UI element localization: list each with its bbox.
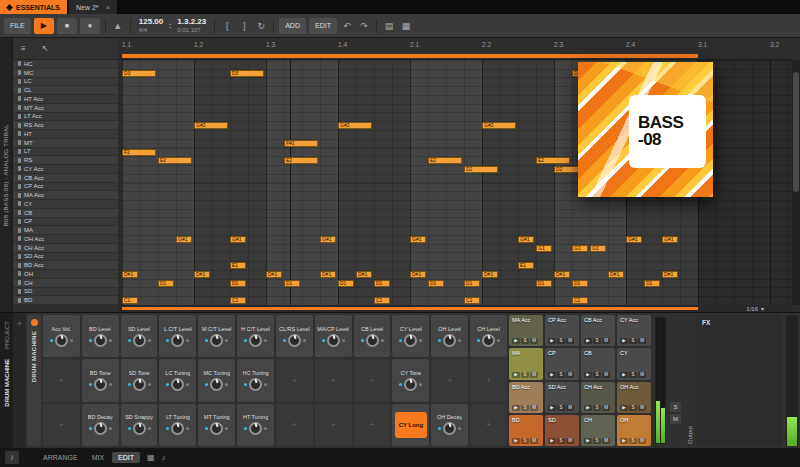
midi-note-d3[interactable]: D3 bbox=[230, 70, 264, 77]
close-icon[interactable]: × bbox=[106, 3, 111, 12]
pad-mute-button[interactable]: M bbox=[602, 372, 610, 378]
toggle-cy-long[interactable]: CY Long bbox=[392, 404, 429, 446]
empty-macro-slot[interactable]: + bbox=[354, 404, 391, 446]
knob-dial[interactable] bbox=[249, 378, 262, 391]
knob-oh-decay[interactable]: OH Decay bbox=[431, 404, 468, 446]
midi-note-g-1[interactable]: G#1 bbox=[626, 236, 642, 243]
lane-row[interactable]: SD bbox=[13, 288, 118, 297]
midi-note-g-2[interactable]: G#2 bbox=[482, 122, 516, 129]
pad-mute-button[interactable]: M bbox=[602, 438, 610, 444]
note-editor-toggle-icon[interactable]: ▦ bbox=[147, 453, 155, 462]
drum-pad-sd[interactable]: SD▶SM bbox=[545, 415, 579, 446]
midi-note-g-1[interactable]: G#1 bbox=[230, 236, 246, 243]
file-button[interactable]: FILE bbox=[4, 18, 31, 34]
knob-dial[interactable] bbox=[404, 378, 417, 391]
knob-sd-snappy[interactable]: SD Snappy bbox=[121, 404, 158, 446]
knob-dial[interactable] bbox=[94, 334, 107, 347]
pad-play-icon[interactable]: ▶ bbox=[548, 405, 556, 411]
pad-solo-button[interactable]: S bbox=[521, 338, 529, 344]
pad-solo-button[interactable]: S bbox=[629, 405, 637, 411]
pad-mute-button[interactable]: M bbox=[602, 405, 610, 411]
lane-row[interactable]: CH bbox=[13, 279, 118, 288]
lane-row[interactable]: CH Acc bbox=[13, 244, 118, 253]
lane-row[interactable]: BD bbox=[13, 296, 118, 305]
midi-note-e2[interactable]: E2 bbox=[284, 157, 318, 164]
loop-range-bar[interactable] bbox=[122, 307, 698, 310]
device-power-button[interactable] bbox=[31, 319, 38, 326]
pad-play-icon[interactable]: ▶ bbox=[512, 372, 520, 378]
midi-note-d1[interactable]: D1 bbox=[374, 280, 390, 287]
midi-note-d1[interactable]: D1 bbox=[644, 280, 660, 287]
knob-dial[interactable] bbox=[366, 334, 379, 347]
knob-dial[interactable] bbox=[210, 422, 223, 435]
drum-pad-sd-acc[interactable]: SD Acc▶SM bbox=[545, 382, 579, 413]
layers-icon[interactable]: ▤ bbox=[382, 21, 396, 31]
fx-chain-panel[interactable]: FX bbox=[696, 315, 782, 446]
lane-row[interactable]: RS bbox=[13, 156, 118, 165]
lane-row[interactable]: HC bbox=[13, 60, 118, 69]
pad-solo-button[interactable]: S bbox=[557, 338, 565, 344]
drum-pad-ma-acc[interactable]: MA Acc▶SM bbox=[509, 315, 543, 346]
knob-mt-tuning[interactable]: MT Tuning bbox=[198, 404, 235, 446]
grid-value[interactable]: 1/16 bbox=[746, 306, 758, 312]
empty-macro-slot[interactable]: + bbox=[315, 359, 352, 401]
empty-macro-slot[interactable]: + bbox=[43, 359, 80, 401]
pad-play-icon[interactable]: ▶ bbox=[548, 338, 556, 344]
midi-note-g-1[interactable]: G#1 bbox=[662, 236, 678, 243]
drum-pad-oh[interactable]: OH▶SM bbox=[617, 415, 651, 446]
pad-mute-button[interactable]: M bbox=[566, 372, 574, 378]
pad-play-icon[interactable]: ▶ bbox=[584, 338, 592, 344]
pad-play-icon[interactable]: ▶ bbox=[620, 405, 628, 411]
midi-note-d1[interactable]: D1 bbox=[284, 280, 300, 287]
view-tab[interactable]: MIX bbox=[86, 452, 110, 463]
knob-dial[interactable] bbox=[482, 334, 495, 347]
pad-mute-button[interactable]: M bbox=[638, 372, 646, 378]
lane-row[interactable]: RS Acc bbox=[13, 121, 118, 130]
lane-row[interactable]: OH bbox=[13, 270, 118, 279]
pad-solo-button[interactable]: S bbox=[629, 338, 637, 344]
info-button[interactable]: i bbox=[5, 451, 19, 464]
midi-note-f-2[interactable]: F#2 bbox=[284, 140, 318, 147]
knob-mc-tuning[interactable]: MC Tuning bbox=[198, 359, 235, 401]
pad-solo-button[interactable]: S bbox=[557, 405, 565, 411]
lane-row[interactable]: BD Acc bbox=[13, 261, 118, 270]
knob-sd-tone[interactable]: SD Tone bbox=[121, 359, 158, 401]
midi-note-d1[interactable]: D1 bbox=[428, 280, 444, 287]
knob-dial[interactable] bbox=[133, 422, 146, 435]
pad-solo-button[interactable]: S bbox=[629, 372, 637, 378]
knob-dial[interactable] bbox=[249, 422, 262, 435]
midi-note-d1[interactable]: D1 bbox=[536, 280, 552, 287]
knob-dial[interactable] bbox=[210, 334, 223, 347]
device-chain-strip[interactable]: + bbox=[13, 313, 26, 448]
record-button[interactable]: ● bbox=[80, 18, 100, 34]
midi-note-c1[interactable]: C1 bbox=[122, 297, 138, 304]
midi-note-g-2[interactable]: G#2 bbox=[194, 122, 228, 129]
pad-mute-button[interactable]: M bbox=[566, 438, 574, 444]
midi-note-c1[interactable]: C1 bbox=[464, 297, 480, 304]
pad-play-icon[interactable]: ▶ bbox=[512, 338, 520, 344]
lane-row[interactable]: OH Acc bbox=[13, 235, 118, 244]
empty-macro-slot[interactable]: + bbox=[43, 404, 80, 446]
pad-mute-button[interactable]: M bbox=[566, 338, 574, 344]
device-header[interactable]: DRUM MACHINE bbox=[27, 315, 41, 446]
lane-row[interactable]: CB Acc bbox=[13, 174, 118, 183]
midi-note-d-1[interactable]: D#1 bbox=[320, 271, 336, 278]
midi-note-g-1[interactable]: G#1 bbox=[320, 236, 336, 243]
pad-mute-button[interactable]: M bbox=[530, 438, 538, 444]
knob-bd-level[interactable]: BD Level bbox=[82, 315, 119, 357]
knob-dial[interactable] bbox=[133, 378, 146, 391]
empty-macro-slot[interactable]: + bbox=[470, 404, 507, 446]
pad-mute-button[interactable]: M bbox=[530, 405, 538, 411]
knob-dial[interactable] bbox=[288, 334, 301, 347]
loop-icon[interactable]: ↻ bbox=[254, 21, 268, 31]
drum-pad-cb[interactable]: CB▶SM bbox=[581, 348, 615, 379]
lane-row[interactable]: CY Acc bbox=[13, 165, 118, 174]
pad-play-icon[interactable]: ▶ bbox=[512, 405, 520, 411]
midi-note-d-1[interactable]: D#1 bbox=[482, 271, 498, 278]
lane-row[interactable]: LT Acc bbox=[13, 113, 118, 122]
empty-macro-slot[interactable]: + bbox=[276, 404, 313, 446]
drum-pad-cp[interactable]: CP▶SM bbox=[545, 348, 579, 379]
knob-dial[interactable] bbox=[210, 378, 223, 391]
pad-play-icon[interactable]: ▶ bbox=[548, 372, 556, 378]
knob-cb-level[interactable]: CB Level bbox=[354, 315, 391, 357]
